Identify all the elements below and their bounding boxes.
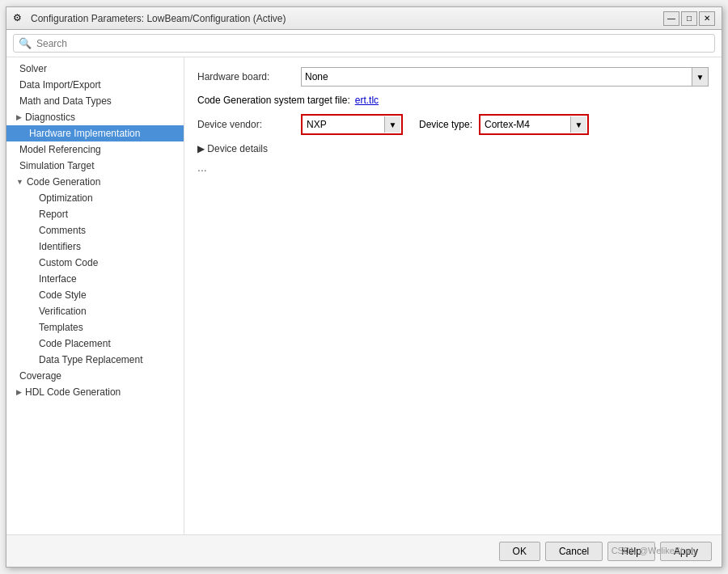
- sidebar-item-diagnostics[interactable]: ▶ Diagnostics: [6, 109, 184, 125]
- device-type-label: Device type:: [419, 119, 472, 130]
- sidebar: Solver Data Import/Export Math and Data …: [6, 57, 184, 534]
- sidebar-item-model-referencing[interactable]: Model Referencing: [6, 141, 184, 158]
- sidebar-item-hardware-implementation[interactable]: Hardware Implementation: [6, 125, 184, 141]
- window-icon: ⚙: [13, 12, 26, 25]
- device-type-input[interactable]: [481, 116, 570, 133]
- ok-button[interactable]: OK: [499, 542, 540, 561]
- sidebar-item-data-type-replacement[interactable]: Data Type Replacement: [6, 352, 184, 368]
- sidebar-item-label: Interface: [39, 273, 77, 285]
- cancel-button[interactable]: Cancel: [545, 542, 603, 561]
- watermark-text: CSDN @WelikeStudy: [612, 546, 697, 555]
- sidebar-item-data-import-export[interactable]: Data Import/Export: [6, 77, 184, 93]
- sidebar-item-verification[interactable]: Verification: [6, 303, 184, 319]
- sidebar-item-custom-code[interactable]: Custom Code: [6, 255, 184, 271]
- code-gen-row: Code Generation system target file: ert.…: [197, 95, 709, 106]
- sidebar-item-coverage[interactable]: Coverage: [6, 368, 184, 384]
- device-vendor-dropdown-button[interactable]: ▼: [384, 116, 400, 133]
- sidebar-item-comments[interactable]: Comments: [6, 222, 184, 238]
- footer-bar: OK Cancel Help Apply CSDN @WelikeStudy: [6, 534, 722, 567]
- sidebar-item-solver[interactable]: Solver: [6, 61, 184, 77]
- sidebar-item-label: Code Placement: [39, 338, 111, 349]
- device-details-row: ▶ Device details: [197, 143, 709, 154]
- sidebar-item-templates[interactable]: Templates: [6, 319, 184, 336]
- sidebar-item-label: Hardware Implementation: [29, 128, 140, 139]
- sidebar-item-label: Code Generation: [27, 176, 100, 188]
- sidebar-item-report[interactable]: Report: [6, 206, 184, 222]
- sidebar-item-optimization[interactable]: Optimization: [6, 190, 184, 206]
- code-gen-link[interactable]: ert.tlc: [355, 95, 379, 106]
- device-vendor-label: Device vendor:: [197, 119, 294, 130]
- device-details-toggle[interactable]: ▶ Device details: [197, 143, 268, 154]
- ellipsis-text: ...: [197, 161, 207, 174]
- device-row: Device vendor: ▼ Device type: ▼: [197, 114, 709, 135]
- hardware-board-select-wrapper: ▼: [301, 67, 709, 87]
- hardware-board-dropdown-button[interactable]: ▼: [692, 68, 708, 86]
- maximize-button[interactable]: □: [681, 11, 697, 26]
- title-bar: ⚙ Configuration Parameters: LowBeam/Conf…: [6, 7, 722, 30]
- chevron-right-icon-2: ▶: [16, 388, 22, 396]
- sidebar-item-label: Optimization: [39, 192, 93, 204]
- sidebar-item-interface[interactable]: Interface: [6, 271, 184, 287]
- hardware-board-input[interactable]: [302, 68, 692, 86]
- sidebar-item-label: Report: [39, 209, 68, 220]
- close-button[interactable]: ✕: [699, 11, 715, 26]
- sidebar-item-label: Diagnostics: [25, 112, 75, 123]
- sidebar-item-label: HDL Code Generation: [25, 386, 121, 398]
- content-area: Solver Data Import/Export Math and Data …: [6, 57, 722, 534]
- device-type-dropdown-button[interactable]: ▼: [570, 116, 586, 133]
- main-panel: Hardware board: ▼ Code Generation system…: [184, 57, 722, 534]
- sidebar-item-label: Simulation Target: [19, 160, 95, 171]
- sidebar-item-code-style[interactable]: Code Style: [6, 287, 184, 303]
- sidebar-item-label: Code Style: [39, 289, 87, 301]
- sidebar-item-label: Identifiers: [39, 241, 81, 252]
- chevron-right-icon: ▶: [16, 113, 22, 121]
- sidebar-item-label: Data Import/Export: [19, 79, 101, 91]
- search-input[interactable]: [36, 38, 709, 49]
- sidebar-item-label: Solver: [19, 63, 47, 74]
- sidebar-item-code-placement[interactable]: Code Placement: [6, 336, 184, 352]
- sidebar-item-code-generation[interactable]: ▼ Code Generation: [6, 174, 184, 190]
- sidebar-item-label: Verification: [39, 306, 87, 317]
- sidebar-item-label: Math and Data Types: [19, 95, 112, 107]
- device-type-box: ▼: [479, 114, 589, 135]
- chevron-down-icon: ▼: [16, 178, 23, 186]
- sidebar-item-label: Data Type Replacement: [39, 354, 143, 365]
- search-bar: 🔍: [6, 30, 722, 57]
- sidebar-item-label: Custom Code: [39, 257, 98, 268]
- sidebar-item-label: Comments: [39, 225, 86, 236]
- sidebar-item-label: Model Referencing: [19, 144, 101, 155]
- sidebar-item-simulation-target[interactable]: Simulation Target: [6, 158, 184, 174]
- minimize-button[interactable]: —: [663, 11, 679, 26]
- hardware-board-row: Hardware board: ▼: [197, 67, 709, 87]
- sidebar-item-identifiers[interactable]: Identifiers: [6, 238, 184, 255]
- sidebar-item-label: Coverage: [19, 370, 61, 382]
- sidebar-item-label: Templates: [39, 322, 83, 333]
- code-gen-label: Code Generation system target file:: [197, 95, 350, 106]
- window-title: Configuration Parameters: LowBeam/Config…: [31, 13, 286, 24]
- sidebar-item-hdl-code-generation[interactable]: ▶ HDL Code Generation: [6, 384, 184, 400]
- ellipsis-row: ...: [197, 161, 709, 174]
- hardware-board-label: Hardware board:: [197, 71, 294, 82]
- sidebar-item-math-data-types[interactable]: Math and Data Types: [6, 93, 184, 109]
- device-vendor-input[interactable]: [303, 116, 384, 133]
- search-icon: 🔍: [19, 37, 32, 49]
- device-vendor-box: ▼: [301, 114, 403, 135]
